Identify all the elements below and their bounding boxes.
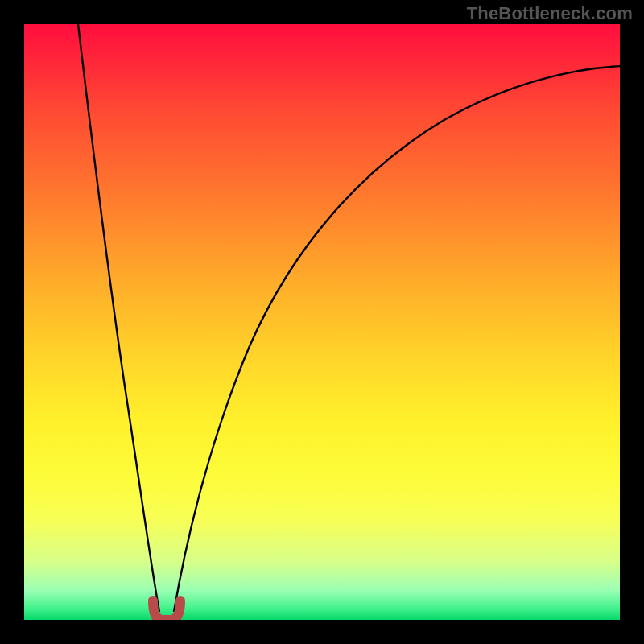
chart-container: TheBottleneck.com <box>0 0 644 644</box>
watermark-label: TheBottleneck.com <box>467 3 633 24</box>
plot-area <box>24 24 620 620</box>
optimal-marker <box>153 601 180 620</box>
chart-svg <box>24 24 620 620</box>
curve-left <box>78 24 159 612</box>
curve-right <box>174 66 620 612</box>
